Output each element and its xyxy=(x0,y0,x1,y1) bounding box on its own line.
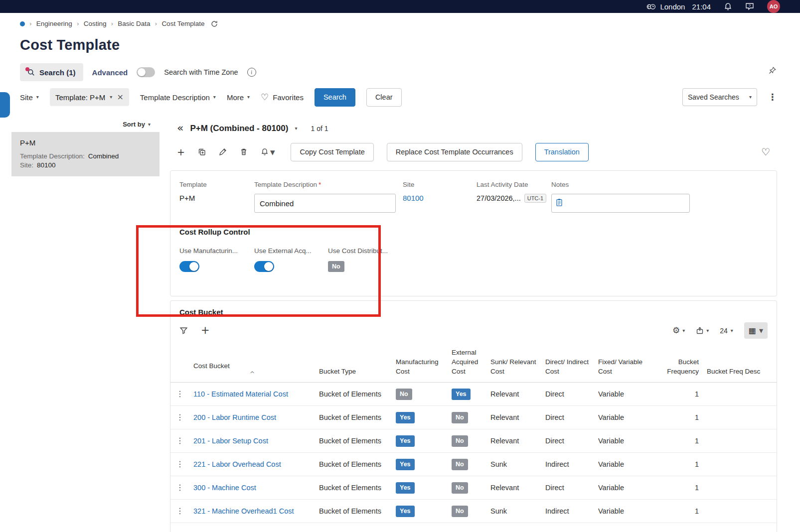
manufacturing-cost-badge: Yes xyxy=(396,506,415,517)
site-field-link[interactable]: 80100 xyxy=(403,194,470,202)
record-detail: « P+M (Combined - 80100) ▾ 1 of 1 + ▾ Co… xyxy=(170,119,777,532)
bucket-type-cell: Bucket of Elements xyxy=(315,476,392,500)
column-header-sunk-relevant-cost[interactable]: Sunk/ Relevant Cost xyxy=(486,344,541,383)
globe-clock-icon xyxy=(646,3,656,10)
sunk-relevant-cell: Sunk xyxy=(486,500,541,523)
export-button[interactable]: ▾ xyxy=(696,327,709,335)
add-row-button[interactable]: + xyxy=(201,325,210,336)
row-kebab-icon[interactable]: ⋮ xyxy=(176,506,184,516)
column-header-bucket-freq-desc[interactable]: Bucket Freq Desc xyxy=(703,344,777,383)
saved-searches-select[interactable]: Saved Searches ▾ xyxy=(682,88,757,106)
record-title: P+M (Combined - 80100) xyxy=(190,124,288,133)
template-description-dropdown[interactable]: Template Description ▾ xyxy=(140,93,216,102)
row-kebab-icon[interactable]: ⋮ xyxy=(176,412,184,422)
more-filters-dropdown[interactable]: More ▾ xyxy=(227,93,250,102)
cost-bucket-card: Cost Bucket + ⚙ ▾ ▾ xyxy=(170,300,777,532)
home-dot-icon[interactable] xyxy=(20,21,25,26)
bucket-type-cell: Bucket of Elements xyxy=(315,383,392,406)
clear-button[interactable]: Clear xyxy=(366,88,402,107)
collapse-panel-icon[interactable]: « xyxy=(177,123,183,133)
favorites-button[interactable]: ♡ Favorites xyxy=(261,93,304,102)
template-description-label: Template Description xyxy=(140,93,210,102)
toggle-knob xyxy=(189,262,198,271)
breadcrumb-costing[interactable]: Costing xyxy=(84,20,107,27)
refresh-icon[interactable] xyxy=(211,20,218,27)
export-icon xyxy=(696,327,704,335)
saved-searches-label: Saved Searches xyxy=(688,93,739,101)
column-header-direct-indirect-cost[interactable]: Direct/ Indirect Cost xyxy=(541,344,594,383)
delete-record-button[interactable] xyxy=(240,148,248,156)
chevron-down-icon: ▾ xyxy=(682,328,685,333)
breadcrumb-basic-data[interactable]: Basic Data xyxy=(118,20,150,27)
timezone-indicator[interactable]: London 21:04 xyxy=(646,2,711,11)
bucket-freq-desc-cell xyxy=(703,476,777,500)
info-icon[interactable]: i xyxy=(247,68,256,77)
favorite-record-heart-icon[interactable]: ♡ xyxy=(761,147,770,157)
table-settings-gear-button[interactable]: ⚙ ▾ xyxy=(672,326,685,335)
cost-bucket-link[interactable]: 300 - Machine Cost xyxy=(193,484,256,492)
row-kebab-icon[interactable]: ⋮ xyxy=(176,389,184,399)
toggle-knob xyxy=(138,68,146,76)
column-header-cost-bucket[interactable]: Cost Bucket ^ xyxy=(189,344,315,383)
more-options-kebab-icon[interactable]: ⋮ xyxy=(768,93,777,102)
page-size-select[interactable]: 24 ▾ xyxy=(720,327,733,335)
manufacturing-cost-badge: Yes xyxy=(396,459,415,470)
search-button[interactable]: Search xyxy=(315,88,355,107)
svg-text:?: ? xyxy=(749,3,751,8)
advanced-search-link[interactable]: Advanced xyxy=(92,68,128,77)
filter-funnel-icon[interactable] xyxy=(179,326,188,335)
site-filter-dropdown[interactable]: Site ▾ xyxy=(20,93,39,102)
notifications-bell-icon[interactable] xyxy=(724,2,732,11)
column-header-fixed-variable-cost[interactable]: Fixed/ Variable Cost xyxy=(594,344,657,383)
pin-icon[interactable] xyxy=(769,67,776,74)
list-item-description-value: Combined xyxy=(88,152,119,160)
manufacturing-cost-badge: Yes xyxy=(396,435,415,446)
breadcrumb-cost-template[interactable]: Cost Template xyxy=(161,20,204,27)
cost-bucket-link[interactable]: 221 - Labor Overhead Cost xyxy=(193,460,281,468)
column-header-manufacturing-cost[interactable]: Manufacturing Cost xyxy=(392,344,448,383)
cost-bucket-link[interactable]: 321 - Machine Overhead1 Cost xyxy=(193,507,294,515)
chevron-down-icon[interactable]: ▾ xyxy=(295,126,297,131)
alerts-bell-button[interactable]: ▾ xyxy=(261,147,275,157)
replace-cost-template-button[interactable]: Replace Cost Template Occurrances xyxy=(387,143,522,161)
timezone-search-toggle[interactable] xyxy=(137,67,155,77)
breadcrumb-engineering[interactable]: Engineering xyxy=(36,20,72,27)
template-description-input[interactable] xyxy=(254,194,396,213)
list-item-site-label: Site: xyxy=(20,161,33,169)
direct-indirect-cell: Direct xyxy=(541,476,594,500)
external-acquired-cost-badge: No xyxy=(452,506,468,517)
sort-by-dropdown[interactable]: Sort by ▾ xyxy=(11,119,160,132)
bucket-frequency-cell: 1 xyxy=(657,383,703,406)
cost-bucket-link[interactable]: 201 - Labor Setup Cost xyxy=(193,437,268,445)
plus-icon: + xyxy=(177,147,185,157)
direct-indirect-cell: Indirect xyxy=(541,453,594,476)
duplicate-record-button[interactable] xyxy=(198,148,206,156)
search-tab[interactable]: Search (1) xyxy=(20,63,83,81)
list-item-site-value: 80100 xyxy=(37,161,56,169)
left-nav-collapsed[interactable] xyxy=(0,13,11,532)
cost-bucket-link[interactable]: 110 - Estimated Material Cost xyxy=(193,390,288,398)
translation-button[interactable]: Translation xyxy=(535,143,589,161)
edit-record-button[interactable] xyxy=(219,148,227,156)
template-filter-chip[interactable]: Template: P+M ▾ × xyxy=(50,88,129,106)
cost-bucket-link[interactable]: 200 - Labor Runtime Cost xyxy=(193,413,276,421)
copy-cost-template-button[interactable]: Copy Cost Template xyxy=(291,143,373,161)
user-avatar[interactable]: AO xyxy=(767,0,780,13)
column-header-bucket-type[interactable]: Bucket Type xyxy=(315,344,392,383)
use-manufacturing-toggle[interactable] xyxy=(179,261,199,272)
bucket-type-cell: Bucket of Elements xyxy=(315,406,392,429)
add-record-button[interactable]: + xyxy=(177,147,185,157)
notes-input[interactable] xyxy=(551,194,690,213)
row-kebab-icon[interactable]: ⋮ xyxy=(176,436,184,445)
sunk-relevant-cell: Sunk xyxy=(486,453,541,476)
external-acquired-cost-badge: No xyxy=(452,435,468,446)
row-kebab-icon[interactable]: ⋮ xyxy=(176,459,184,469)
column-header-bucket-frequency[interactable]: Bucket Frequency xyxy=(657,344,703,383)
help-icon[interactable]: ? xyxy=(745,2,754,11)
column-header-external-acquired-cost[interactable]: External Acquired Cost xyxy=(448,344,486,383)
use-external-acquired-toggle[interactable] xyxy=(254,261,274,272)
list-item[interactable]: P+M Template Description: Combined Site:… xyxy=(11,132,160,176)
close-icon[interactable]: × xyxy=(117,93,123,101)
view-mode-grid-button[interactable]: ▦ ▾ xyxy=(744,322,768,339)
row-kebab-icon[interactable]: ⋮ xyxy=(176,483,184,492)
